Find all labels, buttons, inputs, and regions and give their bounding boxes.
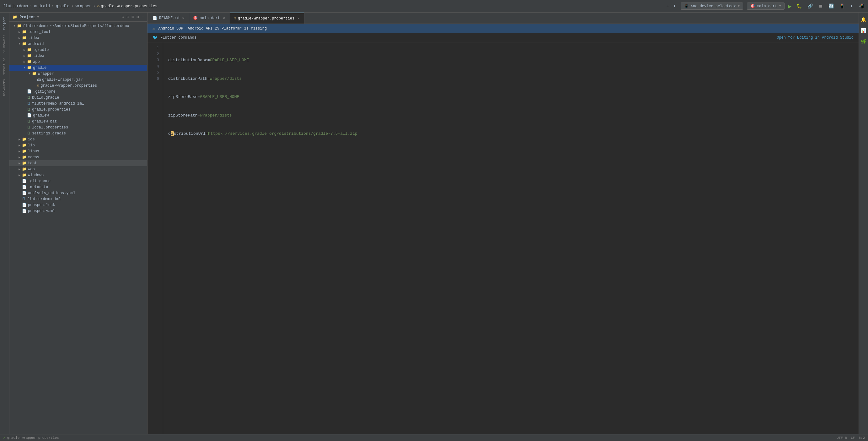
reload-icon[interactable]: 🔄 [828, 2, 835, 10]
tree-wrapper[interactable]: ▼ 📁 wrapper [9, 71, 147, 77]
settings-icon[interactable]: ⚙ [136, 14, 139, 20]
run-button[interactable]: ▶ [788, 3, 792, 10]
app-label: app [33, 60, 40, 64]
dart_tool-arrow: ▶ [17, 30, 22, 34]
tree-build-gradle[interactable]: 🗒 build.gradle [9, 94, 147, 100]
bc-flutterdemo[interactable]: flutterdemo [3, 4, 28, 8]
macos-label: macos [28, 155, 39, 159]
tree-windows[interactable]: ▶ 📁 windows [9, 172, 147, 178]
run-config-selector[interactable]: 🎯 main.dart ▼ [747, 2, 784, 10]
back-icon[interactable]: ⬅ [665, 2, 670, 10]
tree-root[interactable]: ▼ 📁 flutterdemo ~/AndroidStudioProjects/… [9, 23, 147, 29]
tree-gradle-hidden[interactable]: ▶ 📁 .gradle [9, 47, 147, 53]
tree-lib[interactable]: ▶ 📁 lib [9, 142, 147, 148]
device-selector[interactable]: 📱 <no device selected> ▼ [681, 2, 743, 10]
tree-local-props[interactable]: 🗒 local.properties [9, 124, 147, 130]
lib-arrow: ▶ [17, 144, 22, 147]
code-line-5: distributionUrl=https\://services.gradle… [168, 131, 854, 137]
project-dropdown-arrow[interactable]: ▼ [37, 16, 39, 19]
top-bar-right: ⬅ ⬇ 📱 <no device selected> ▼ 🎯 main.dart… [665, 2, 865, 10]
tree-pubspec-lock[interactable]: 📄 pubspec.lock [9, 202, 147, 208]
sidebar-item-structure[interactable]: Structure [2, 57, 7, 76]
open-in-android-studio[interactable]: Open for Editing in Android Studio [777, 35, 854, 40]
bc-gradle[interactable]: gradle [56, 4, 69, 8]
tab-gradle-close[interactable]: ✕ [296, 16, 300, 21]
app-icon: 📁 [27, 59, 32, 64]
stop-icon[interactable]: ⏹ [817, 3, 824, 10]
tree-gradlew-bat[interactable]: 🗒 gradlew.bat [9, 118, 147, 124]
tree-idea[interactable]: ▶ 📁 .idea [9, 35, 147, 41]
tree-root-iml[interactable]: 🗒 flutterdemo.iml [9, 196, 147, 202]
tab-main-close[interactable]: ✕ [222, 16, 226, 21]
avd-manager-icon[interactable]: 📲 [858, 2, 865, 10]
tab-readme-label: README.md [159, 16, 180, 21]
linux-arrow: ▶ [17, 149, 22, 153]
idea2-label: .idea [33, 54, 44, 58]
windows-label: windows [28, 173, 43, 177]
tab-gradle-wrapper[interactable]: ⚙ gradle-wrapper.properties ✕ [230, 12, 304, 24]
android-iml-icon: 🗒 [27, 101, 31, 106]
line-num-6: 6 [151, 76, 159, 82]
code-content[interactable]: distributionBase=GRADLE_USER_HOME distri… [163, 42, 859, 434]
windows-icon: 📁 [22, 173, 27, 177]
sidebar-item-bookmarks[interactable]: Bookmarks [2, 78, 7, 97]
tree-wrapper-jar[interactable]: 🗃 gradle-wrapper.jar [9, 77, 147, 83]
metadata-label: .metadata [28, 185, 48, 189]
tab-main[interactable]: 🎯 main.dart ✕ [189, 12, 230, 24]
flutter-commands-label: Flutter commands [160, 35, 196, 40]
editor-area: 📄 README.md ✕ 🎯 main.dart ✕ ⚙ gradle-wra… [148, 12, 859, 434]
sidebar-item-db-browser[interactable]: DB Browser [2, 33, 7, 55]
tab-readme-close[interactable]: ✕ [181, 16, 185, 21]
gradle-props-label: gradle.properties [32, 108, 70, 112]
sdk-manager-icon[interactable]: ⬆ [849, 2, 854, 10]
attach-icon[interactable]: 🔗 [806, 2, 814, 10]
ios-label: ios [28, 137, 35, 142]
android-iml-label: flutterdemo_android.iml [32, 101, 84, 106]
code-editor[interactable]: 1 2 3 4 5 6 distributionBase=GRADLE_USER… [148, 42, 859, 434]
sidebar-item-project[interactable]: Project [2, 16, 7, 31]
tree-wrapper-props[interactable]: ⚙ gradle-wrapper.properties [9, 83, 147, 89]
tree-gradlew[interactable]: 📄 gradlew [9, 113, 147, 118]
status-line-col: 5:2 [859, 436, 865, 440]
status-line-sep: LF [851, 436, 855, 440]
bc-android[interactable]: android [34, 4, 50, 8]
tree-settings-gradle[interactable]: 🗒 settings.gradle [9, 130, 147, 136]
debug-icon[interactable]: 🐛 [796, 2, 803, 10]
tree-app[interactable]: ▶ 📁 app [9, 59, 147, 65]
tree-ios[interactable]: ▶ 📁 ios [9, 136, 147, 142]
tab-readme[interactable]: 📄 README.md ✕ [149, 12, 189, 24]
build-gradle-label: build.gradle [32, 95, 59, 100]
tree-web[interactable]: ▶ 📁 web [9, 166, 147, 172]
tree-gradle[interactable]: ▼ 📁 gradle [9, 65, 147, 71]
tree-metadata[interactable]: 📄 .metadata [9, 184, 147, 190]
tree-dart_tool[interactable]: ▶ 📁 .dart_tool [9, 29, 147, 35]
tree-linux[interactable]: ▶ 📁 linux [9, 148, 147, 154]
scroll-to-source-icon[interactable]: ⊞ [132, 14, 134, 20]
notifications-icon[interactable]: 🔔 [860, 16, 867, 24]
forward-icon[interactable]: ⬇ [672, 2, 677, 10]
gradlew-label: gradlew [33, 113, 49, 118]
tree-android-iml[interactable]: 🗒 flutterdemo_android.iml [9, 100, 147, 107]
tree-analysis[interactable]: 📄 analysis_options.yaml [9, 190, 147, 196]
root-arrow: ▼ [12, 24, 17, 28]
tree-pubspec-yaml[interactable]: 📄 pubspec.yaml [9, 208, 147, 214]
tree-macos[interactable]: ▶ 📁 macos [9, 154, 147, 160]
tree-gradle-props[interactable]: 🗒 gradle.properties [9, 107, 147, 113]
left-sidebar: Project DB Browser Structure Bookmarks [0, 12, 9, 434]
tree-gitignore-android[interactable]: 📄 .gitignore [9, 89, 147, 94]
tree-test[interactable]: ▶ 📁 test [9, 160, 147, 166]
add-file-icon[interactable]: ⊕ [122, 14, 124, 20]
hide-icon[interactable]: — [142, 14, 144, 20]
root-iml-label: flutterdemo.iml [27, 197, 61, 201]
git-icon[interactable]: 🌿 [860, 38, 867, 46]
structure-icon[interactable]: 📊 [860, 27, 867, 34]
tree-root-gitignore[interactable]: 📄 .gitignore [9, 178, 147, 184]
tree-idea2[interactable]: ▶ 📁 .idea [9, 53, 147, 59]
mobile-icon[interactable]: 📱 [838, 2, 846, 10]
idea-icon: 📁 [22, 35, 27, 40]
bc-wrapper[interactable]: wrapper [75, 4, 91, 8]
status-bar: ✓ gradle-wrapper.properties UTF-8 LF 5:2 [0, 434, 868, 441]
tree-android[interactable]: ▼ 📁 android [9, 41, 147, 47]
collapse-all-icon[interactable]: ⊟ [127, 14, 129, 20]
code-line-6 [168, 149, 854, 155]
